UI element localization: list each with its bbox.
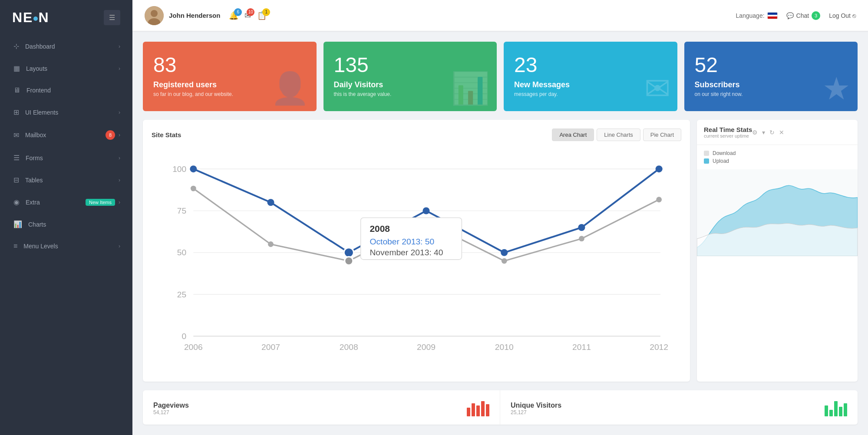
star-bg-icon: ★ <box>822 70 851 107</box>
sidebar-item-layouts[interactable]: ▦ Layouts › <box>0 57 132 79</box>
download-legend-label: Download <box>713 150 736 156</box>
charts-row: Site Stats Area Chart Line Charts Pie Ch… <box>143 120 858 382</box>
svg-point-25 <box>502 258 507 264</box>
line-chart: 100 75 50 25 0 <box>152 148 681 373</box>
line-charts-tab[interactable]: Line Charts <box>597 129 640 141</box>
pageviews-number: 54,127 <box>153 409 189 415</box>
svg-text:25: 25 <box>177 290 186 299</box>
svg-text:2011: 2011 <box>572 343 591 352</box>
logout-label: Log Out <box>829 12 851 19</box>
stat-card-registered-users: 83 Registered users so far in our blog, … <box>143 42 317 111</box>
svg-point-23 <box>345 257 353 265</box>
svg-text:2007: 2007 <box>261 343 280 352</box>
pie-chart-tab[interactable]: Pie Chart <box>643 129 681 141</box>
chart-tabs: Area Chart Line Charts Pie Chart <box>552 129 681 141</box>
stat-cards-row: 83 Registered users so far in our blog, … <box>143 42 858 111</box>
sidebar-item-label: Tables <box>25 177 119 184</box>
sidebar-item-label: Frontend <box>26 87 120 94</box>
pageviews-stat: Pageviews 54,127 <box>143 390 500 425</box>
sidebar-item-label: Forms <box>26 155 119 161</box>
svg-point-21 <box>191 186 196 191</box>
header: John Henderson 🔔 6 ✉ 10 📋 1 Language: 💬 … <box>132 0 868 31</box>
svg-rect-47 <box>834 401 838 416</box>
svg-text:October 2013: 50: October 2013: 50 <box>370 237 434 246</box>
svg-point-22 <box>268 241 274 247</box>
pageviews-bar-chart-icon <box>467 399 489 418</box>
svg-point-15 <box>267 199 274 206</box>
task-button[interactable]: 📋 1 <box>257 11 267 20</box>
chat-button[interactable]: 💬 Chat 3 <box>786 11 821 20</box>
svg-text:75: 75 <box>177 206 186 215</box>
sidebar-item-tables[interactable]: ⊟ Tables › <box>0 169 132 191</box>
svg-rect-42 <box>476 405 480 416</box>
task-count: 1 <box>262 8 270 16</box>
chevron-right-icon: › <box>119 155 120 161</box>
close-icon[interactable]: ✕ <box>779 129 784 136</box>
download-legend-dot <box>704 151 709 156</box>
svg-point-26 <box>579 236 584 241</box>
sidebar-item-frontend[interactable]: 🖥 Frontend <box>0 79 132 101</box>
upload-legend-label: Upload <box>713 158 729 164</box>
sidebar-item-label: Dashboard <box>25 43 119 50</box>
mail-count: 10 <box>247 8 254 16</box>
area-chart-tab[interactable]: Area Chart <box>552 129 594 141</box>
svg-text:100: 100 <box>172 165 186 174</box>
mailbox-icon: ✉ <box>13 131 19 139</box>
brand-name: NEN <box>12 10 50 26</box>
tables-icon: ⊟ <box>13 176 19 184</box>
chevron-right-icon: › <box>119 132 120 138</box>
language-label: Language: <box>736 12 764 19</box>
notification-bell-button[interactable]: 🔔 6 <box>229 11 238 20</box>
language-selector[interactable]: Language: <box>736 12 777 19</box>
pageviews-name: Pageviews <box>153 402 189 409</box>
sidebar-item-label: Charts <box>28 221 120 228</box>
hamburger-button[interactable]: ☰ <box>104 10 120 25</box>
download-legend-item: Download <box>704 150 851 156</box>
sidebar-item-ui-elements[interactable]: ⊞ UI Elements › <box>0 101 132 123</box>
svg-text:2009: 2009 <box>417 343 436 352</box>
refresh-icon[interactable]: ↻ <box>769 129 775 136</box>
sidebar-item-forms[interactable]: ☰ Forms › <box>0 147 132 169</box>
mail-bg-icon: ✉ <box>644 70 670 107</box>
svg-rect-49 <box>844 403 847 416</box>
svg-point-27 <box>656 197 662 202</box>
svg-rect-48 <box>839 407 842 416</box>
chat-count: 3 <box>812 11 820 20</box>
real-time-stats-panel: Real Time Stats current server uptime ⚙ … <box>697 120 858 382</box>
svg-point-1 <box>151 10 158 17</box>
dashboard-icon: ⊹ <box>13 42 19 50</box>
settings-icon[interactable]: ⚙ <box>752 129 758 136</box>
mail-button[interactable]: ✉ 10 <box>244 11 251 20</box>
menu-levels-icon: ≡ <box>13 242 17 250</box>
sidebar-item-dashboard[interactable]: ⊹ Dashboard › <box>0 35 132 57</box>
svg-text:November 2013: 40: November 2013: 40 <box>370 248 443 257</box>
chat-speech-icon: 💬 <box>786 12 794 19</box>
bottom-stats-row: Pageviews 54,127 Unique Visitors <box>143 390 858 425</box>
flag-icon <box>767 12 778 19</box>
svg-point-17 <box>422 207 429 214</box>
chevron-right-icon: › <box>119 177 120 183</box>
upload-legend-item: Upload <box>704 158 851 164</box>
sidebar-nav: ⊹ Dashboard › ▦ Layouts › 🖥 Frontend ⊞ U… <box>0 35 132 257</box>
logout-button[interactable]: Log Out ⎋ <box>829 12 856 19</box>
svg-text:2012: 2012 <box>650 343 668 352</box>
svg-text:0: 0 <box>182 332 187 341</box>
main-content: John Henderson 🔔 6 ✉ 10 📋 1 Language: 💬 … <box>132 0 868 435</box>
content-area: 83 Registered users so far in our blog, … <box>132 31 868 435</box>
user-bg-icon: 👤 <box>271 70 310 107</box>
real-time-controls: ⚙ ▾ ↻ ✕ <box>752 129 784 136</box>
upload-legend-dot <box>704 158 709 164</box>
chevron-right-icon: › <box>119 109 120 115</box>
sidebar-item-menu-levels[interactable]: ≡ Menu Levels › <box>0 235 132 257</box>
frontend-icon: 🖥 <box>13 86 20 94</box>
sidebar-item-charts[interactable]: 📊 Charts <box>0 213 132 235</box>
svg-point-14 <box>190 165 197 172</box>
extra-new-items-badge: New Items <box>86 199 115 206</box>
chevron-down-icon[interactable]: ▾ <box>762 129 765 136</box>
sidebar-item-mailbox[interactable]: ✉ Mailbox 8 › <box>0 123 132 147</box>
chevron-right-icon: › <box>119 243 120 249</box>
panel-header: Site Stats Area Chart Line Charts Pie Ch… <box>152 129 681 141</box>
real-time-header: Real Time Stats current server uptime ⚙ … <box>697 120 858 145</box>
chevron-right-icon: › <box>119 43 120 49</box>
sidebar-item-extra[interactable]: ◉ Extra New Items › <box>0 191 132 213</box>
